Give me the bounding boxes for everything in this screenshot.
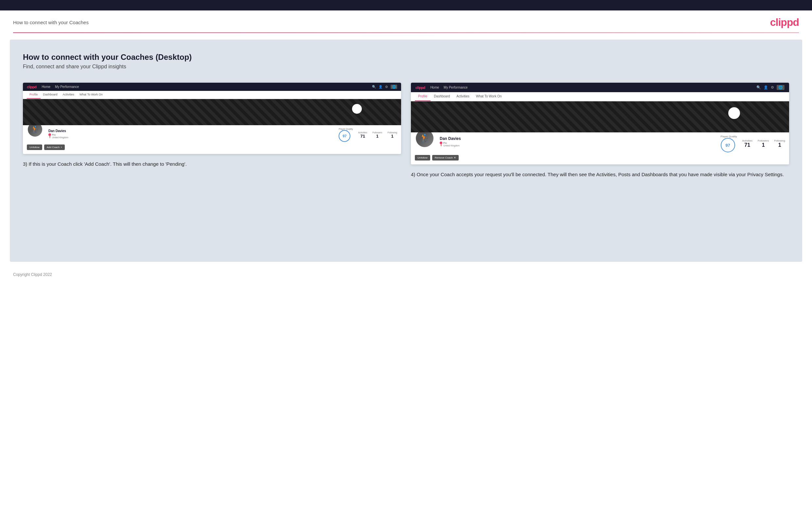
app-hero-right	[411, 101, 789, 132]
stat-activities-right: Activities 71	[742, 139, 753, 148]
profile-badge-right: Pro	[440, 142, 715, 144]
x-icon-right: ✕	[454, 156, 456, 159]
quality-circle-left: 97	[339, 130, 350, 142]
hero-circle-right	[728, 107, 740, 119]
stat-quality-right: Player Quality 97	[721, 135, 737, 152]
caption-left: 3) If this is your Coach click 'Add Coac…	[23, 161, 401, 168]
tab-profile-left[interactable]: Profile	[27, 91, 41, 99]
stat-following-left: Following 1	[387, 131, 397, 138]
plus-icon-left: +	[60, 146, 62, 149]
screenshot-left: clippd Home My Performance 🔍 👤 ⚙ 🌐 Profi…	[23, 83, 401, 178]
profile-location-right: 📍 United Kingdom	[440, 145, 715, 147]
app-logo-right: clippd	[415, 86, 425, 90]
app-nav-links-left: Home My Performance	[42, 85, 367, 89]
footer: Copyright Clippd 2022	[0, 268, 812, 281]
user-icon-left[interactable]: 👤	[378, 85, 383, 89]
app-tabs-left: Profile Dashboard Activities What To Wor…	[23, 91, 401, 99]
profile-buttons-left: Unfollow Add Coach +	[27, 145, 397, 150]
profile-badge-left: Pro	[48, 133, 334, 136]
tab-what-to-work-on-right[interactable]: What To Work On	[473, 92, 505, 101]
user-icon-right[interactable]: 👤	[764, 85, 768, 90]
tab-dashboard-right[interactable]: Dashboard	[430, 92, 453, 101]
settings-icon-left[interactable]: ⚙	[385, 85, 388, 89]
stat-following-right: Following 1	[774, 139, 785, 148]
header-title: How to connect with your Coaches	[13, 19, 89, 25]
app-nav-icons-right: 🔍 👤 ⚙ 🌐	[756, 85, 784, 90]
profile-buttons-right: Unfollow Remove Coach ✕	[415, 155, 785, 161]
app-nav-links-right: Home My Performance	[430, 86, 751, 89]
profile-info-right: Dan Davies Pro 📍 United Kingdom	[440, 135, 715, 147]
nav-link-performance-right[interactable]: My Performance	[444, 86, 467, 89]
stat-activities-left: Activities 71	[358, 131, 367, 138]
footer-text: Copyright Clippd 2022	[13, 272, 52, 277]
main-content: How to connect with your Coaches (Deskto…	[10, 40, 802, 262]
screenshot-box-right: clippd Home My Performance 🔍 👤 ⚙ 🌐 Profi…	[411, 83, 789, 164]
globe-icon-right[interactable]: 🌐	[777, 85, 784, 90]
badge-text-left: Pro	[52, 134, 56, 136]
profile-info-left: Dan Davies Pro 📍 United Kingdom	[48, 128, 334, 139]
page-subheading: Find, connect and share your Clippd insi…	[23, 64, 789, 70]
stat-quality-left: Player Quality 97	[339, 128, 353, 142]
app-tabs-right: Profile Dashboard Activities What To Wor…	[411, 92, 789, 101]
app-hero-left	[23, 99, 401, 125]
badge-dot-right	[440, 142, 442, 144]
header: How to connect with your Coaches clippd	[0, 10, 812, 33]
hero-circle-left	[352, 104, 362, 114]
tab-profile-right[interactable]: Profile	[415, 92, 430, 101]
profile-location-left: 📍 United Kingdom	[48, 136, 334, 139]
settings-icon-right[interactable]: ⚙	[771, 85, 774, 90]
tab-dashboard-left[interactable]: Dashboard	[41, 91, 60, 99]
app-profile-section-right: 🏌 Dan Davies Pro 📍 United Kingdom	[411, 132, 789, 164]
tab-activities-right[interactable]: Activities	[453, 92, 472, 101]
page-heading: How to connect with your Coaches (Deskto…	[23, 53, 789, 62]
logo: clippd	[770, 16, 799, 29]
globe-icon-left[interactable]: 🌐	[391, 84, 397, 89]
tab-activities-left[interactable]: Activities	[60, 91, 77, 99]
quality-circle-right: 97	[721, 138, 735, 152]
profile-row-left: 🏌 Dan Davies Pro 📍 United Kingdom	[27, 128, 397, 142]
app-logo-left: clippd	[27, 85, 36, 89]
app-navbar-left: clippd Home My Performance 🔍 👤 ⚙ 🌐	[23, 83, 401, 91]
tab-what-to-work-on-left[interactable]: What To Work On	[77, 91, 105, 99]
unfollow-button-left[interactable]: Unfollow	[27, 145, 42, 150]
badge-dot-left	[48, 133, 51, 136]
screenshot-box-left: clippd Home My Performance 🔍 👤 ⚙ 🌐 Profi…	[23, 83, 401, 154]
remove-coach-button-right[interactable]: Remove Coach ✕	[432, 155, 459, 161]
screenshot-right: clippd Home My Performance 🔍 👤 ⚙ 🌐 Profi…	[411, 83, 789, 178]
search-icon-right[interactable]: 🔍	[756, 85, 761, 90]
profile-stats-left: Player Quality 97 Activities 71 Follower…	[339, 128, 397, 142]
nav-link-home-left[interactable]: Home	[42, 85, 50, 89]
profile-row-right: 🏌 Dan Davies Pro 📍 United Kingdom	[415, 135, 785, 152]
add-coach-button-left[interactable]: Add Coach +	[44, 145, 65, 150]
screenshots-row: clippd Home My Performance 🔍 👤 ⚙ 🌐 Profi…	[23, 83, 789, 178]
unfollow-button-right[interactable]: Unfollow	[415, 155, 430, 161]
divider	[13, 33, 799, 33]
search-icon-left[interactable]: 🔍	[372, 85, 376, 89]
nav-link-home-right[interactable]: Home	[430, 86, 439, 89]
badge-text-right: Pro	[443, 142, 447, 144]
nav-link-performance-left[interactable]: My Performance	[55, 85, 79, 89]
caption-right: 4) Once your Coach accepts your request …	[411, 171, 789, 178]
profile-name-right: Dan Davies	[440, 136, 715, 141]
profile-name-left: Dan Davies	[48, 129, 334, 133]
stat-followers-left: Followers 1	[372, 131, 382, 138]
app-profile-section-left: 🏌 Dan Davies Pro 📍 United Kingdom	[23, 125, 401, 154]
profile-stats-right: Player Quality 97 Activities 71 Follower…	[721, 135, 785, 152]
app-navbar-right: clippd Home My Performance 🔍 👤 ⚙ 🌐	[411, 83, 789, 92]
stat-followers-right: Followers 1	[758, 139, 769, 148]
top-bar	[0, 0, 812, 10]
app-nav-icons-left: 🔍 👤 ⚙ 🌐	[372, 84, 397, 89]
